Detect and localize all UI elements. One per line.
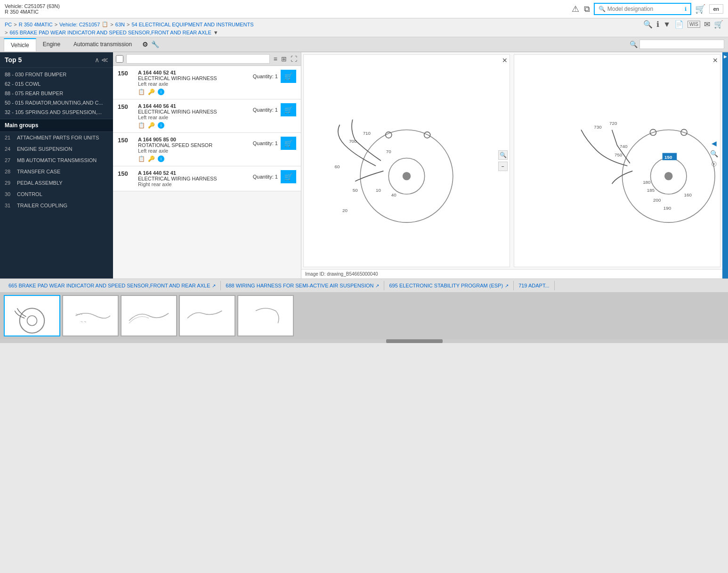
thumbnail-2[interactable]: ~~~ ~ ~ xyxy=(62,295,119,336)
part-location-3: Left rear axle xyxy=(138,148,249,154)
sidebar-main-item-24[interactable]: 24 ENGINE SUSPENSION xyxy=(0,143,113,155)
part-doc-icon-3[interactable]: 📋 xyxy=(138,156,145,162)
tab-icon-2[interactable]: 🔧 xyxy=(151,41,159,48)
part-name-4: ELECTRICAL WIRING HARNESS xyxy=(138,176,249,181)
copy-vehicle-icon[interactable]: 📋 xyxy=(102,21,108,27)
sidebar-main-item-28[interactable]: 28 TRANSFER CASE xyxy=(0,166,113,177)
main-layout: Top 5 ∧ ≪ 88 - 030 FRONT BUMPER 62 - 015… xyxy=(0,52,728,278)
add-to-cart-btn-4[interactable]: 🛒 xyxy=(281,170,296,183)
thumbnail-3[interactable] xyxy=(121,295,177,336)
bottom-item-688[interactable]: 688 WIRING HARNESS FOR SEMI-ACTIVE AIR S… xyxy=(221,281,384,290)
part-doc-icon-1[interactable]: 📋 xyxy=(138,89,145,95)
zoom-in-icon[interactable]: 🔍 xyxy=(643,20,653,29)
language-selector[interactable]: en xyxy=(709,4,723,14)
wis-icon[interactable]: WIS xyxy=(688,21,700,28)
part-item-4[interactable]: 150 A 164 440 52 41 ELECTRICAL WIRING HA… xyxy=(113,166,301,191)
part-key-icon-2[interactable]: 🔑 xyxy=(148,122,155,129)
zoom-in-left[interactable]: 🔍 xyxy=(498,150,508,160)
thumbnail-2-img: ~~~ ~ ~ xyxy=(63,296,118,336)
cart-icon-1: 🛒 xyxy=(284,73,292,80)
part-doc-icon-2[interactable]: 📋 xyxy=(138,122,145,129)
part-key-icon-1[interactable]: 🔑 xyxy=(148,89,155,95)
close-left-diagram[interactable]: ✕ xyxy=(502,57,508,64)
header-right: ⚠ ⧉ 🔍 ℹ 🛒 en xyxy=(572,3,723,15)
sidebar-top5-item-4[interactable]: 50 - 015 RADIATOR,MOUNTING,AND C... xyxy=(0,98,113,107)
document-icon[interactable]: 📄 xyxy=(674,20,684,29)
bottom-item-695[interactable]: 695 ELECTRONIC STABILITY PROGRAM (ESP) ↗ xyxy=(384,281,514,290)
mail-icon[interactable]: ✉ xyxy=(704,20,710,29)
right-side-panel[interactable]: ▶ xyxy=(722,52,728,278)
add-to-cart-btn-3[interactable]: 🛒 xyxy=(281,137,296,150)
svg-text:150: 150 xyxy=(664,155,672,160)
part-key-icon-3[interactable]: 🔑 xyxy=(148,156,155,162)
scrollbar-thumb[interactable] xyxy=(386,339,443,343)
thumbnail-4[interactable] xyxy=(179,295,235,336)
tab-search-input[interactable] xyxy=(639,40,724,49)
add-to-cart-btn-2[interactable]: 🛒 xyxy=(281,103,296,116)
part-info-icon-1[interactable]: i xyxy=(158,89,164,95)
cart-breadcrumb-icon[interactable]: 🛒 xyxy=(714,20,723,29)
tab-engine[interactable]: Engine xyxy=(36,38,67,50)
list-view-icon[interactable]: ≡ xyxy=(273,54,278,64)
part-number-3: A 164 905 85 00 xyxy=(138,137,249,142)
add-to-cart-btn-1[interactable]: 🛒 xyxy=(281,70,296,83)
sidebar-main-item-21[interactable]: 21 ATTACHMENT PARTS FOR UNITS xyxy=(0,132,113,143)
sidebar-top5-item-5[interactable]: 32 - 105 SPRINGS AND SUSPENSION,... xyxy=(0,107,113,117)
part-qty-label-1: Quantity: 1 xyxy=(253,74,278,79)
nav-down-icon[interactable]: ☉ xyxy=(710,160,718,168)
breadcrumb-sub-item[interactable]: 665 BRAKE PAD WEAR INDICATOR AND SPEED S… xyxy=(9,30,211,35)
cart-header-icon[interactable]: 🛒 xyxy=(695,4,705,14)
nav-up-icon[interactable]: ◀ xyxy=(710,139,718,147)
parts-search-input[interactable] xyxy=(126,54,270,64)
breadcrumb-electrical[interactable]: 54 ELECTRICAL EQUIPMENT AND INSTRUMENTS xyxy=(131,22,253,27)
expand-view-icon[interactable]: ⛶ xyxy=(290,54,298,64)
model-search-input[interactable] xyxy=(607,6,683,12)
grid-view-icon[interactable]: ⊞ xyxy=(280,54,288,64)
tab-vehicle[interactable]: Vehicle xyxy=(4,38,36,51)
part-name-1: ELECTRICAL WIRING HARNESS xyxy=(138,75,249,81)
breadcrumb-model[interactable]: R 350 4MATIC xyxy=(19,22,53,27)
part-details-3: A 164 905 85 00 ROTATIONAL SPEED SENSOR … xyxy=(138,137,249,162)
copy-icon[interactable]: ⧉ xyxy=(584,4,590,14)
top5-collapse-icon[interactable]: ∧ xyxy=(95,56,99,64)
part-pos-1: 150 xyxy=(118,70,134,77)
breadcrumb-63n[interactable]: 63N xyxy=(115,22,125,27)
parts-select-all[interactable] xyxy=(116,55,123,63)
zoom-diagram-icon[interactable]: 🔍 xyxy=(710,150,718,157)
svg-text:190: 190 xyxy=(663,205,671,211)
part-header-1: 150 A 164 440 52 41 ELECTRICAL WIRING HA… xyxy=(118,70,296,95)
close-right-diagram[interactable]: ✕ xyxy=(712,57,718,64)
zoom-out-left[interactable]: − xyxy=(498,162,508,171)
sidebar-main-item-29[interactable]: 29 PEDAL ASSEMBLY xyxy=(0,177,113,188)
filter-icon[interactable]: ▼ xyxy=(663,20,671,29)
top5-expand-icon[interactable]: ≪ xyxy=(101,56,108,64)
sidebar-main-item-27[interactable]: 27 MB AUTOMATIC TRANSMISSION xyxy=(0,155,113,166)
part-item-3[interactable]: 150 A 164 905 85 00 ROTATIONAL SPEED SEN… xyxy=(113,133,301,166)
svg-point-2 xyxy=(403,172,411,180)
search-icon: 🔍 xyxy=(599,6,606,12)
warning-icon[interactable]: ⚠ xyxy=(572,4,579,14)
breadcrumb-pc[interactable]: PC xyxy=(5,22,12,27)
thumbnail-1[interactable] xyxy=(4,295,60,336)
cart-icon-3: 🛒 xyxy=(284,139,292,147)
diagram-left: ✕ 700 710 60 70 xyxy=(303,54,510,267)
part-info-icon-2[interactable]: i xyxy=(158,122,164,129)
bottom-item-665[interactable]: 665 BRAKE PAD WEAR INDICATOR AND SPEED S… xyxy=(4,281,221,290)
sidebar-top5-item-3[interactable]: 88 - 075 REAR BUMPER xyxy=(0,89,113,98)
tab-automatic-transmission[interactable]: Automatic transmission xyxy=(67,38,138,50)
sidebar-top5-item-2[interactable]: 62 - 015 COWL xyxy=(0,79,113,89)
part-item-1[interactable]: 150 A 164 440 52 41 ELECTRICAL WIRING HA… xyxy=(113,66,301,99)
thumbnail-5[interactable] xyxy=(237,295,294,336)
thumbnails-bar: ~~~ ~ ~ xyxy=(0,292,728,339)
part-qty-1: Quantity: 1 🛒 xyxy=(253,70,296,83)
info-icon[interactable]: ℹ xyxy=(656,20,659,29)
part-info-icon-3[interactable]: i xyxy=(158,156,164,162)
sidebar-main-item-30[interactable]: 30 CONTROL xyxy=(0,188,113,200)
bottom-item-719[interactable]: 719 ADAPT... xyxy=(514,281,554,290)
sidebar-main-item-31[interactable]: 31 TRAILER COUPLING xyxy=(0,200,113,211)
tab-icon-1[interactable]: ⚙ xyxy=(142,41,148,48)
breadcrumb-vehicle[interactable]: Vehicle: C251057 xyxy=(59,22,100,27)
breadcrumb-dropdown-icon[interactable]: ▼ xyxy=(213,30,218,35)
part-item-2[interactable]: 150 A 164 440 56 41 ELECTRICAL WIRING HA… xyxy=(113,99,301,133)
sidebar-top5-item-1[interactable]: 88 - 030 FRONT BUMPER xyxy=(0,70,113,79)
